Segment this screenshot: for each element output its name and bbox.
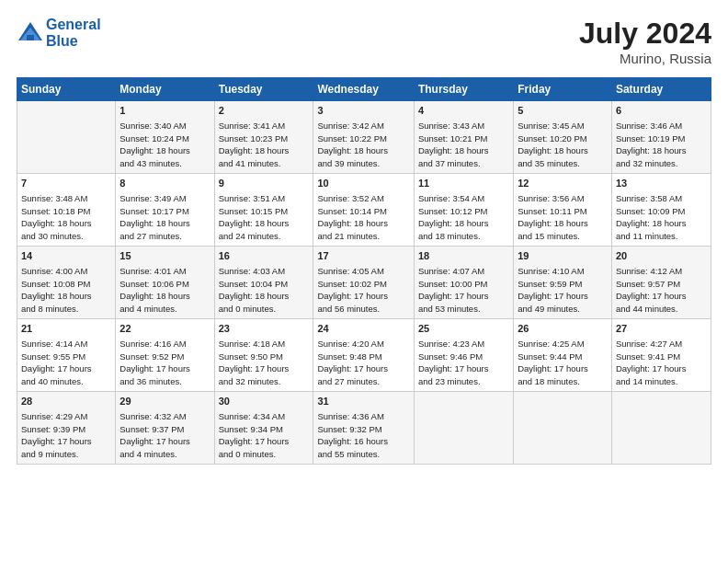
cell-info: Daylight: 17 hours — [518, 290, 608, 303]
cell-info: Sunrise: 4:20 AM — [317, 338, 409, 350]
cell-info: Sunset: 9:32 PM — [317, 423, 409, 436]
cell-info: and 15 minutes. — [518, 230, 608, 243]
cell-info: and 18 minutes. — [518, 375, 608, 388]
calendar-cell: 28Sunrise: 4:29 AMSunset: 9:39 PMDayligh… — [17, 392, 116, 465]
day-number: 25 — [418, 322, 509, 337]
week-row-1: 1Sunrise: 3:40 AMSunset: 10:24 PMDayligh… — [17, 101, 711, 174]
cell-info: Daylight: 17 hours — [119, 435, 210, 448]
cell-info: Sunset: 10:17 PM — [119, 205, 210, 218]
cell-info: and 0 minutes. — [219, 448, 310, 461]
cell-info: Daylight: 17 hours — [418, 290, 509, 303]
cell-info: and 4 minutes. — [119, 448, 210, 461]
title-area: July 2024 Murino, Russia — [579, 17, 711, 66]
cell-info: Sunset: 9:44 PM — [518, 350, 608, 363]
calendar-cell: 1Sunrise: 3:40 AMSunset: 10:24 PMDayligh… — [116, 101, 214, 174]
day-number: 30 — [219, 395, 310, 409]
day-number: 5 — [518, 104, 608, 119]
calendar-cell: 19Sunrise: 4:10 AMSunset: 9:59 PMDayligh… — [514, 247, 612, 319]
weekday-header-sunday: Sunday — [17, 78, 116, 101]
week-row-2: 7Sunrise: 3:48 AMSunset: 10:18 PMDayligh… — [17, 174, 711, 247]
cell-info: Sunrise: 4:03 AM — [219, 265, 310, 278]
cell-info: and 9 minutes. — [21, 448, 111, 461]
cell-info: Daylight: 17 hours — [119, 362, 210, 375]
day-number: 2 — [219, 104, 310, 119]
week-row-3: 14Sunrise: 4:00 AMSunset: 10:08 PMDaylig… — [17, 247, 711, 319]
day-number: 27 — [616, 322, 707, 337]
cell-info: and 49 minutes. — [518, 303, 608, 316]
day-number: 9 — [219, 177, 310, 191]
weekday-header-friday: Friday — [514, 78, 612, 101]
weekday-header-row: SundayMondayTuesdayWednesdayThursdayFrid… — [17, 78, 711, 101]
cell-info: Sunset: 9:46 PM — [418, 350, 509, 363]
calendar-cell: 9Sunrise: 3:51 AMSunset: 10:15 PMDayligh… — [214, 174, 313, 247]
cell-info: Sunrise: 3:48 AM — [21, 192, 111, 205]
day-number: 4 — [418, 104, 509, 119]
cell-info: Daylight: 18 hours — [219, 217, 310, 230]
calendar-cell: 3Sunrise: 3:42 AMSunset: 10:22 PMDayligh… — [313, 101, 414, 174]
cell-info: Sunrise: 4:27 AM — [616, 338, 707, 350]
cell-info: and 32 minutes. — [616, 157, 707, 170]
cell-info: Sunrise: 3:42 AM — [317, 120, 409, 132]
cell-info: and 44 minutes. — [616, 303, 707, 316]
cell-info: Daylight: 18 hours — [119, 217, 210, 230]
cell-info: and 39 minutes. — [317, 157, 409, 170]
day-number: 14 — [21, 249, 111, 264]
cell-info: Sunset: 10:06 PM — [119, 278, 210, 291]
cell-info: and 40 minutes. — [21, 375, 111, 388]
weekday-header-thursday: Thursday — [414, 78, 513, 101]
calendar-cell: 5Sunrise: 3:45 AMSunset: 10:20 PMDayligh… — [514, 101, 612, 174]
calendar-cell: 15Sunrise: 4:01 AMSunset: 10:06 PMDaylig… — [116, 247, 214, 319]
calendar-cell: 23Sunrise: 4:18 AMSunset: 9:50 PMDayligh… — [214, 319, 313, 392]
cell-info: Sunset: 10:11 PM — [518, 205, 608, 218]
calendar-cell: 16Sunrise: 4:03 AMSunset: 10:04 PMDaylig… — [214, 247, 313, 319]
calendar-cell — [514, 392, 612, 465]
calendar-cell: 30Sunrise: 4:34 AMSunset: 9:34 PMDayligh… — [214, 392, 313, 465]
cell-info: Daylight: 18 hours — [317, 144, 409, 157]
cell-info: and 27 minutes. — [119, 230, 210, 243]
cell-info: and 0 minutes. — [219, 303, 310, 316]
cell-info: Sunset: 9:41 PM — [616, 350, 707, 363]
cell-info: Sunrise: 4:07 AM — [418, 265, 509, 278]
cell-info: Sunrise: 3:41 AM — [219, 120, 310, 132]
cell-info: Daylight: 17 hours — [21, 435, 111, 448]
cell-info: Daylight: 16 hours — [317, 435, 409, 448]
cell-info: Daylight: 17 hours — [219, 362, 310, 375]
cell-info: Daylight: 18 hours — [317, 217, 409, 230]
calendar-cell: 20Sunrise: 4:12 AMSunset: 9:57 PMDayligh… — [611, 247, 711, 319]
cell-info: Sunrise: 4:32 AM — [119, 410, 210, 423]
day-number: 10 — [317, 177, 409, 191]
cell-info: Daylight: 18 hours — [418, 144, 509, 157]
cell-info: Daylight: 17 hours — [219, 435, 310, 448]
calendar-cell: 27Sunrise: 4:27 AMSunset: 9:41 PMDayligh… — [611, 319, 711, 392]
weekday-header-tuesday: Tuesday — [214, 78, 313, 101]
cell-info: Daylight: 18 hours — [219, 290, 310, 303]
cell-info: Sunrise: 3:40 AM — [119, 120, 210, 132]
cell-info: Daylight: 17 hours — [418, 362, 509, 375]
cell-info: Sunrise: 4:29 AM — [21, 410, 111, 423]
cell-info: Daylight: 17 hours — [21, 362, 111, 375]
cell-info: and 14 minutes. — [616, 375, 707, 388]
cell-info: Sunset: 10:09 PM — [616, 205, 707, 218]
cell-info: Daylight: 18 hours — [119, 144, 210, 157]
cell-info: Sunset: 10:18 PM — [21, 205, 111, 218]
logo: General Blue — [17, 17, 101, 49]
calendar-cell: 7Sunrise: 3:48 AMSunset: 10:18 PMDayligh… — [17, 174, 116, 247]
day-number: 22 — [119, 322, 210, 337]
cell-info: Sunset: 10:00 PM — [418, 278, 509, 291]
calendar-cell: 14Sunrise: 4:00 AMSunset: 10:08 PMDaylig… — [17, 247, 116, 319]
cell-info: Daylight: 17 hours — [317, 290, 409, 303]
cell-info: Sunset: 10:23 PM — [219, 132, 310, 145]
cell-info: Sunrise: 3:58 AM — [616, 192, 707, 205]
cell-info: and 24 minutes. — [219, 230, 310, 243]
calendar-cell: 24Sunrise: 4:20 AMSunset: 9:48 PMDayligh… — [313, 319, 414, 392]
cell-info: Sunset: 10:14 PM — [317, 205, 409, 218]
cell-info: Sunset: 9:34 PM — [219, 423, 310, 436]
cell-info: and 4 minutes. — [119, 303, 210, 316]
cell-info: Sunrise: 4:01 AM — [119, 265, 210, 278]
cell-info: Sunset: 10:02 PM — [317, 278, 409, 291]
day-number: 24 — [317, 322, 409, 337]
cell-info: and 35 minutes. — [518, 157, 608, 170]
cell-info: and 30 minutes. — [21, 230, 111, 243]
cell-info: Daylight: 18 hours — [119, 290, 210, 303]
cell-info: Sunrise: 3:51 AM — [219, 192, 310, 205]
